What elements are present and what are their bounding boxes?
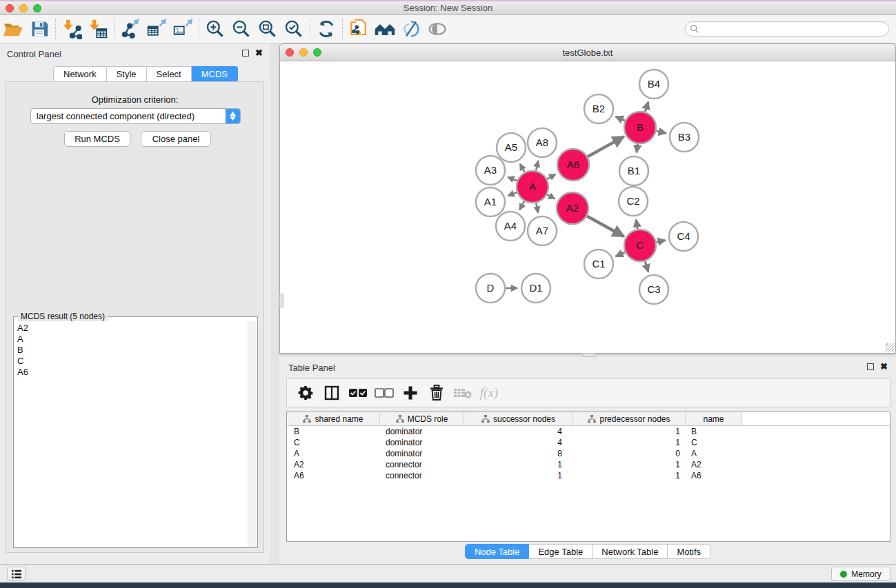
export-table-icon[interactable]	[143, 17, 170, 41]
float-panel-icon[interactable]	[242, 50, 249, 57]
table-cell[interactable]: 4	[464, 427, 573, 436]
table-cell[interactable]: dominator	[380, 427, 464, 436]
tab-edge-table[interactable]: Edge Table	[529, 544, 593, 559]
mcds-result-item[interactable]: A6	[17, 367, 248, 378]
graph-node[interactable]: A5	[497, 133, 526, 162]
table-cell[interactable]: C	[287, 438, 380, 447]
graph-edge[interactable]	[536, 161, 538, 170]
close-panel-icon[interactable]: ✖	[880, 363, 888, 370]
table-cell[interactable]: 8	[464, 449, 573, 458]
eye-icon[interactable]	[424, 17, 450, 41]
table-cell[interactable]: 0	[573, 449, 686, 458]
open-file-icon[interactable]	[0, 17, 26, 41]
table-row[interactable]: Bdominator41B	[287, 426, 890, 437]
graph-node[interactable]: A1	[476, 187, 505, 216]
tab-network[interactable]: Network	[53, 66, 107, 82]
window-resize-grip[interactable]	[886, 343, 894, 352]
run-mcds-button[interactable]: Run MCDS	[64, 131, 130, 147]
table-row[interactable]: A6connector11A6	[287, 470, 890, 481]
gear-icon[interactable]	[292, 383, 319, 403]
graph-edge[interactable]	[657, 240, 666, 242]
table-cell[interactable]: dominator	[380, 438, 464, 447]
table-row[interactable]: Cdominator41C	[287, 437, 890, 448]
network-window-titlebar[interactable]: testGlobe.txt	[280, 44, 895, 61]
graph-node[interactable]: C4	[669, 222, 698, 251]
table-cell[interactable]: 1	[573, 438, 686, 447]
graph-node[interactable]: A2	[557, 192, 588, 224]
float-panel-icon[interactable]	[867, 363, 874, 370]
mcds-result-item[interactable]: A2	[17, 323, 248, 334]
graph-node[interactable]: D	[476, 274, 505, 303]
graph-edge[interactable]	[547, 174, 555, 179]
deselect-all-icon[interactable]	[371, 383, 397, 403]
graph-node[interactable]: B3	[670, 123, 699, 152]
show-all-icon[interactable]	[372, 17, 398, 41]
graph-node[interactable]: A6	[557, 149, 589, 181]
graph-node[interactable]: B1	[619, 156, 648, 185]
graph-node[interactable]: C3	[639, 275, 668, 304]
table-cell[interactable]: A	[287, 449, 380, 458]
mcds-result-item[interactable]: C	[17, 356, 248, 367]
graph-edge[interactable]	[508, 177, 517, 181]
graph-edge[interactable]	[520, 164, 525, 172]
apply-layout-icon[interactable]	[313, 17, 339, 41]
tab-mcds[interactable]: MCDS	[192, 66, 238, 82]
delete-column-icon[interactable]	[424, 383, 450, 403]
graph-edge[interactable]	[547, 194, 555, 199]
graph-edge[interactable]	[637, 144, 638, 153]
column-header-shared-name[interactable]: shared name	[287, 412, 380, 425]
graph-edge[interactable]	[656, 131, 666, 133]
tab-network-table[interactable]: Network Table	[593, 544, 668, 559]
close-panel-button[interactable]: Close panel	[141, 131, 211, 147]
graph-edge[interactable]	[645, 261, 648, 272]
graph-edge[interactable]	[616, 116, 625, 121]
graph-node[interactable]: C	[624, 230, 656, 261]
table-cell[interactable]: C	[686, 438, 742, 447]
memory-button[interactable]: Memory	[831, 567, 890, 581]
export-network-icon[interactable]	[117, 17, 143, 41]
graph-node[interactable]: A	[517, 171, 548, 203]
table-cell[interactable]: 1	[573, 427, 686, 436]
import-table-icon[interactable]	[85, 17, 111, 41]
table-cell[interactable]: 4	[464, 438, 573, 447]
zoom-in-icon[interactable]	[202, 17, 228, 41]
tab-select[interactable]: Select	[147, 66, 192, 82]
table-cell[interactable]: dominator	[380, 449, 464, 458]
graph-node[interactable]: B2	[584, 94, 613, 123]
graph-node[interactable]: A4	[496, 212, 525, 241]
tab-node-table[interactable]: Node Table	[465, 544, 530, 559]
table-cell[interactable]: B	[686, 427, 742, 436]
graph-node[interactable]: A8	[528, 128, 557, 157]
graph-node[interactable]: A7	[528, 216, 557, 245]
graph-node[interactable]: C2	[619, 187, 648, 216]
toggle-graphics-details-icon[interactable]	[398, 17, 424, 41]
graph-node[interactable]: B4	[639, 70, 668, 99]
add-column-icon[interactable]	[397, 383, 424, 403]
table-cell[interactable]: A	[686, 449, 742, 458]
network-canvas[interactable]: B4B2BB3A8A5A6A3B1AC2A1A2A4A7C4CC1DD1C3	[281, 62, 895, 353]
mcds-result-item[interactable]: B	[17, 345, 248, 356]
search-input[interactable]	[699, 23, 888, 35]
zoom-fit-icon[interactable]	[255, 17, 281, 41]
zoom-selected-icon[interactable]	[281, 17, 307, 41]
splitter-handle[interactable]	[279, 294, 283, 307]
table-row[interactable]: Adominator80A	[287, 448, 890, 459]
tab-style[interactable]: Style	[107, 66, 147, 82]
table-row[interactable]: A2connector11A2	[287, 459, 890, 470]
column-header-predecessor-nodes[interactable]: predecessor nodes	[573, 412, 686, 425]
table-cell[interactable]: A2	[287, 460, 380, 469]
graph-node[interactable]: D1	[521, 274, 550, 303]
column-header-name[interactable]: name	[686, 412, 742, 425]
graph-edge[interactable]	[636, 220, 637, 230]
graph-edge[interactable]	[508, 192, 517, 196]
table-cell[interactable]: 1	[464, 471, 573, 480]
tab-motifs[interactable]: Motifs	[668, 544, 710, 559]
column-layout-icon[interactable]	[319, 383, 345, 403]
table-cell[interactable]: 1	[464, 460, 573, 469]
table-cell[interactable]: B	[287, 427, 380, 436]
close-panel-icon[interactable]: ✖	[255, 50, 263, 57]
mcds-result-item[interactable]: A	[17, 334, 248, 345]
import-network-icon[interactable]	[59, 17, 85, 41]
graph-edge[interactable]	[587, 216, 624, 236]
column-header-successor-nodes[interactable]: successor nodes	[464, 412, 573, 425]
